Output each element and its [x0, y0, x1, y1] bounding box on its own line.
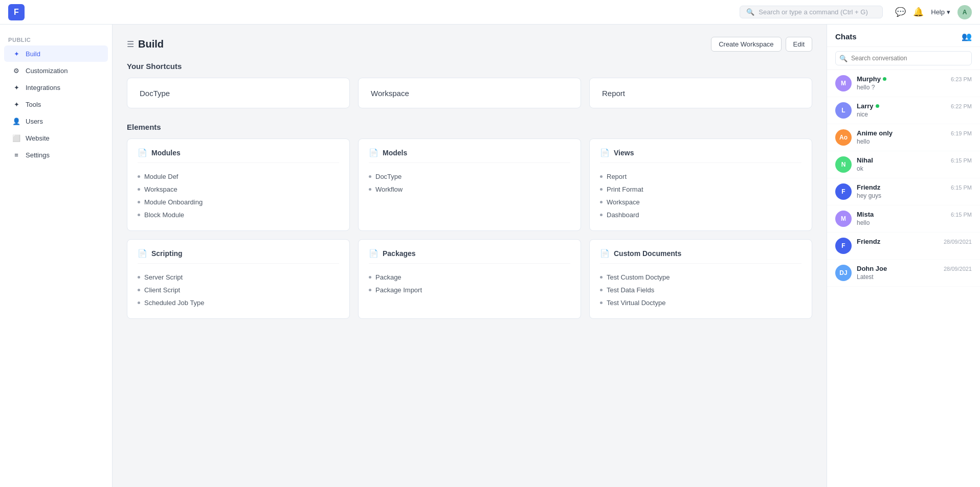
sidebar-label-settings: Settings: [26, 151, 50, 159]
chevron-down-icon: ▾: [947, 8, 950, 16]
list-item[interactable]: Server Script: [138, 271, 339, 284]
build-icon: ✦: [12, 50, 20, 58]
menu-toggle-icon[interactable]: ☰: [127, 39, 134, 49]
element-item-label: Test Custom Doctype: [607, 273, 670, 281]
list-item[interactable]: Package: [369, 271, 570, 284]
chat-avatar: Ao: [835, 129, 852, 146]
bullet-icon: [138, 289, 140, 291]
help-button[interactable]: Help ▾: [931, 8, 950, 16]
bell-icon[interactable]: 🔔: [913, 7, 924, 17]
bullet-icon: [369, 289, 371, 291]
element-card-title: Models: [383, 149, 407, 157]
list-item[interactable]: Scheduled Job Type: [138, 296, 339, 309]
header-actions: Create Workspace Edit: [711, 37, 812, 52]
chat-list-item[interactable]: M Murphy 6:23 PM hello ?: [827, 70, 980, 97]
chat-list-item[interactable]: Ao Anime only 6:19 PM hello: [827, 124, 980, 151]
sidebar-label-build: Build: [26, 50, 40, 58]
shortcut-doctype[interactable]: DocType: [127, 78, 350, 108]
chat-list-item[interactable]: F Friendz 28/09/2021: [827, 233, 980, 260]
element-card-header-views: 📄Views: [600, 148, 801, 163]
global-search[interactable]: 🔍 Search or type a command (Ctrl + G): [740, 6, 883, 18]
list-item[interactable]: Workspace: [138, 183, 339, 196]
chat-info: Larry 6:22 PM nice: [857, 102, 972, 118]
element-item-label: Print Format: [607, 185, 643, 193]
chat-icon[interactable]: 💬: [895, 7, 906, 17]
doc-icon: 📄: [138, 249, 147, 258]
element-item-label: Test Virtual Doctype: [607, 299, 665, 307]
element-card-views: 📄ViewsReportPrint FormatWorkspaceDashboa…: [589, 138, 812, 231]
list-item[interactable]: Module Def: [138, 170, 339, 183]
shortcuts-title: Your Shortcuts: [127, 62, 812, 71]
app-logo[interactable]: F: [8, 4, 25, 20]
list-item[interactable]: Client Script: [138, 284, 339, 296]
doc-icon: 📄: [369, 148, 378, 157]
shortcut-workspace[interactable]: Workspace: [358, 78, 581, 108]
chat-list-item[interactable]: DJ Dohn Joe 28/09/2021 Latest: [827, 260, 980, 287]
sidebar-item-settings[interactable]: ≡ Settings: [4, 147, 108, 163]
chat-search-input[interactable]: [835, 51, 972, 65]
online-indicator: [876, 104, 879, 108]
list-item[interactable]: DocType: [369, 170, 570, 183]
main-content: ☰ Build Create Workspace Edit Your Short…: [113, 25, 827, 487]
sidebar-item-users[interactable]: 👤 Users: [4, 113, 108, 129]
list-item[interactable]: Test Data Fields: [600, 284, 801, 296]
element-item-label: Server Script: [144, 273, 183, 281]
list-item[interactable]: Block Module: [138, 208, 339, 221]
shortcut-report[interactable]: Report: [589, 78, 812, 108]
chat-avatar: N: [835, 156, 852, 173]
users-icon: 👤: [12, 117, 20, 125]
chat-list-item[interactable]: L Larry 6:22 PM nice: [827, 97, 980, 124]
chat-time: 6:22 PM: [951, 103, 972, 109]
chat-list-item[interactable]: M Mista 6:15 PM hello: [827, 205, 980, 233]
bullet-icon: [138, 201, 140, 203]
sidebar-item-build[interactable]: ✦ Build: [4, 45, 108, 62]
user-avatar[interactable]: A: [957, 5, 972, 19]
element-card-header-custom-documents: 📄Custom Documents: [600, 249, 801, 264]
bullet-icon: [600, 201, 603, 203]
list-item[interactable]: Dashboard: [600, 208, 801, 221]
chat-preview: hello: [857, 219, 972, 226]
chat-time: 28/09/2021: [944, 239, 972, 245]
element-card-packages: 📄PackagesPackagePackage Import: [358, 239, 581, 319]
chats-title: Chats: [835, 32, 857, 41]
list-item[interactable]: Print Format: [600, 183, 801, 196]
list-item[interactable]: Test Virtual Doctype: [600, 296, 801, 309]
chat-name: Larry: [857, 102, 879, 110]
sidebar-item-website[interactable]: ⬜ Website: [4, 130, 108, 146]
sidebar-label-tools: Tools: [26, 101, 41, 108]
sidebar-item-integrations[interactable]: ✦ Integrations: [4, 79, 108, 96]
list-item[interactable]: Test Custom Doctype: [600, 271, 801, 284]
settings-icon: ≡: [12, 151, 20, 159]
list-item[interactable]: Workspace: [600, 196, 801, 208]
sidebar-label-integrations: Integrations: [26, 84, 60, 91]
element-card-scripting: 📄ScriptingServer ScriptClient ScriptSche…: [127, 239, 350, 319]
sidebar-item-customization[interactable]: ⚙ Customization: [4, 62, 108, 79]
chat-info: Dohn Joe 28/09/2021 Latest: [857, 265, 972, 281]
element-item-label: Workspace: [144, 185, 177, 193]
page-title: Build: [138, 38, 164, 50]
list-item[interactable]: Report: [600, 170, 801, 183]
chat-list-item[interactable]: N Nihal 6:15 PM ok: [827, 151, 980, 178]
doc-icon: 📄: [369, 249, 378, 258]
chat-panel: Chats 👥 🔍 M Murphy 6:23 PM hello ? L Lar…: [827, 25, 980, 487]
bullet-icon: [600, 188, 603, 191]
sidebar-item-tools[interactable]: ✦ Tools: [4, 96, 108, 112]
integrations-icon: ✦: [12, 83, 20, 91]
chat-info: Nihal 6:15 PM ok: [857, 156, 972, 172]
edit-button[interactable]: Edit: [786, 37, 812, 52]
list-item[interactable]: Workflow: [369, 183, 570, 196]
chat-list-item[interactable]: F Friendz 6:15 PM hey guys: [827, 178, 980, 205]
list-item[interactable]: Package Import: [369, 284, 570, 296]
create-workspace-button[interactable]: Create Workspace: [711, 37, 781, 52]
customization-icon: ⚙: [12, 66, 20, 75]
bullet-icon: [138, 188, 140, 191]
bullet-icon: [369, 276, 371, 279]
bullet-icon: [600, 175, 603, 178]
chat-users-icon[interactable]: 👥: [962, 32, 972, 41]
list-item[interactable]: Module Onboarding: [138, 196, 339, 208]
element-card-header-modules: 📄Modules: [138, 148, 339, 163]
element-card-title: Packages: [383, 249, 416, 258]
element-card-custom-documents: 📄Custom DocumentsTest Custom DoctypeTest…: [589, 239, 812, 319]
chat-name: Mista: [857, 211, 874, 218]
bullet-icon: [369, 188, 371, 191]
